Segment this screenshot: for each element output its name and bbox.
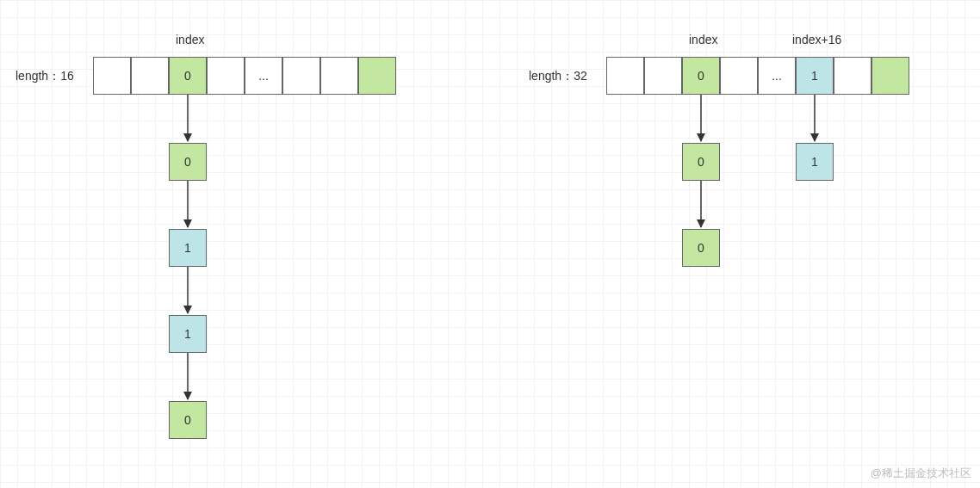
watermark: @稀土掘金技术社区 [871, 466, 971, 481]
arrows [0, 0, 980, 488]
